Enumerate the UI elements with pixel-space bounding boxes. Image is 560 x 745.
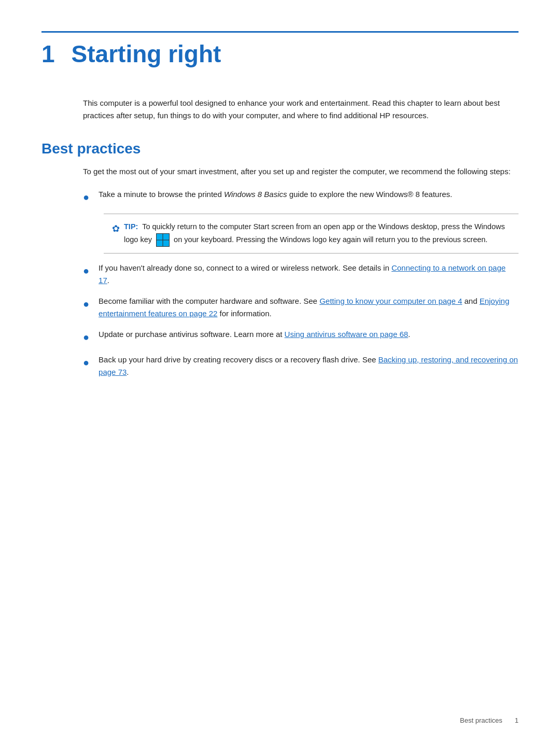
bullet1-italic: Windows 8 Basics [224,190,287,199]
tip-box: ✿ TIP: To quickly return to the computer… [104,214,519,254]
bullet-dot: ● [83,329,89,345]
bullet5-after: . [408,330,410,339]
svg-rect-1 [157,234,162,240]
tip-sun-icon: ✿ [112,221,120,237]
bullet6-after: . [127,368,129,376]
page-content: 1 Starting right This computer is a powe… [0,0,560,428]
tip-header: ✿ TIP: To quickly return to the computer… [112,220,510,247]
footer-page-number: 1 [515,716,519,724]
list-item: ● Become familiar with the computer hard… [83,295,519,320]
bullet1-before: Take a minute to browse the printed [99,190,224,199]
chapter-header: 1 Starting right [41,31,519,66]
bullet-dot: ● [83,189,89,205]
bullet1-after: guide to explore the new Windows® 8 feat… [287,190,452,199]
tip-content: TIP: To quickly return to the computer S… [124,220,510,247]
chapter-title: Starting right [72,42,221,66]
bullet-dot: ● [83,354,89,371]
best-practices-section: Best practices To get the most out of yo… [41,140,519,378]
bullet5-before: Update or purchase antivirus software. L… [99,330,285,339]
bullet-text-5: Update or purchase antivirus software. L… [99,328,519,341]
list-item: ● Take a minute to browse the printed Wi… [83,188,519,205]
chapter-number: 1 [41,42,55,66]
list-item: ● If you haven't already done so, connec… [83,262,519,287]
svg-rect-2 [163,234,169,240]
link-getting-to-know[interactable]: Getting to know your computer on page 4 [319,297,462,305]
bullet-text-6: Back up your hard drive by creating reco… [99,354,519,378]
bullet-dot: ● [83,262,89,279]
tip-label: TIP: [124,222,138,231]
svg-rect-3 [157,240,162,246]
bullet-text-3: If you haven't already done so, connect … [99,262,519,287]
bullet4-before: Become familiar with the computer hardwa… [99,297,319,305]
bullet-list: ● Take a minute to browse the printed Wi… [83,188,519,378]
windows-key-icon [156,233,170,247]
bullet-dot: ● [83,296,89,312]
page-footer: Best practices 1 [460,716,519,724]
bullet3-before: If you haven't already done so, connect … [99,263,391,272]
svg-rect-4 [163,240,169,246]
link-antivirus[interactable]: Using antivirus software on page 68 [285,330,408,339]
tip-box-item: ✿ TIP: To quickly return to the computer… [83,214,519,254]
intro-paragraph: This computer is a powerful tool designe… [83,97,519,122]
list-item: ● Back up your hard drive by creating re… [83,354,519,378]
footer-section-label: Best practices [460,716,502,724]
bullet3-after: . [107,276,109,285]
bullet-text-4: Become familiar with the computer hardwa… [99,295,519,320]
bullet4-middle: and [462,297,479,305]
bullet4-after: for information. [217,309,271,318]
bullet6-before: Back up your hard drive by creating reco… [99,355,378,364]
list-item: ● Update or purchase antivirus software.… [83,328,519,345]
bullet-text-1: Take a minute to browse the printed Wind… [99,188,519,201]
tip-text2: on your keyboard. Pressing the Windows l… [174,235,487,244]
section-intro: To get the most out of your smart invest… [83,165,519,178]
section-heading: Best practices [41,140,519,157]
